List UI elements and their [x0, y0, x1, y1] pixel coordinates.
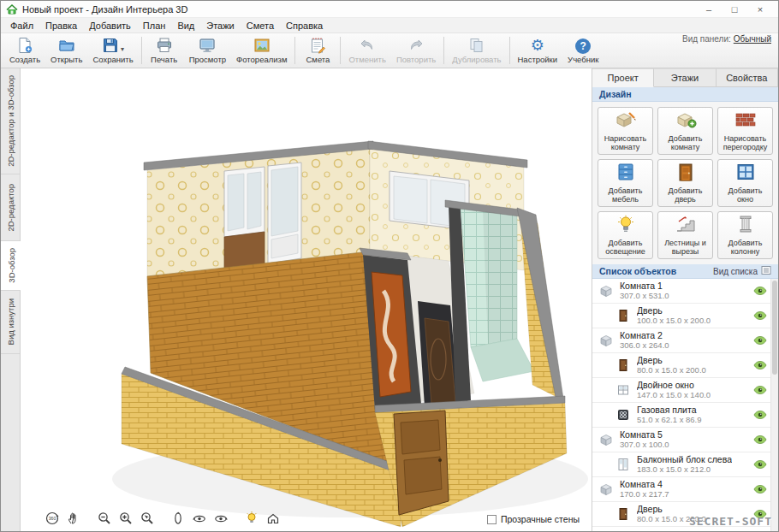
- list-item[interactable]: Двойное окно 147.0 x 15.0 x 140.0: [592, 378, 778, 403]
- maximize-button[interactable]: □: [722, 1, 747, 17]
- zoom-in-icon[interactable]: [116, 510, 135, 527]
- list-scrollbar[interactable]: [770, 279, 778, 531]
- list-item[interactable]: Балконный блок слева 183.0 x 15.0 x 212.…: [592, 452, 778, 477]
- visibility-eye-icon[interactable]: [753, 287, 767, 296]
- photorealism-button[interactable]: Фотореализм: [231, 34, 292, 67]
- tutorial-button[interactable]: ? Учебник: [562, 34, 604, 67]
- visibility-eye-icon[interactable]: [753, 460, 767, 470]
- list-item[interactable]: Дверь 80.0 x 15.0 x 200.0: [592, 353, 778, 378]
- redo-button[interactable]: Повторить: [391, 34, 441, 67]
- new-button[interactable]: Создать: [4, 34, 45, 67]
- close-button[interactable]: ×: [747, 1, 773, 17]
- object-dims: 307.0 x 531.0: [620, 292, 669, 301]
- pan-hand-icon[interactable]: [64, 510, 83, 527]
- menu-file[interactable]: Файл: [4, 18, 39, 33]
- object-name: Дверь: [637, 306, 711, 316]
- list-view-selector[interactable]: Вид списка: [713, 265, 771, 277]
- orbit-left-icon[interactable]: [190, 510, 209, 527]
- visibility-eye-icon[interactable]: [753, 386, 767, 395]
- save-button-label: Сохранить: [92, 55, 133, 64]
- scrollbar-thumb[interactable]: [772, 281, 777, 375]
- home-view-icon[interactable]: [264, 510, 282, 527]
- tab-3d-view[interactable]: 3D-обзор: [1, 241, 21, 291]
- lighting-icon[interactable]: [242, 510, 261, 527]
- stairs-and-openings-button[interactable]: Лестницы и вырезы: [657, 211, 713, 259]
- menu-view[interactable]: Вид: [171, 18, 200, 33]
- add-window-button[interactable]: Добавить окно: [717, 159, 773, 207]
- tab-project[interactable]: Проект: [592, 68, 654, 87]
- add-room-button[interactable]: Добавить комнату: [657, 107, 713, 155]
- add-column-button[interactable]: Добавить колонну: [717, 211, 773, 259]
- print-button-label: Печать: [151, 55, 177, 64]
- object-name: Дверь: [637, 505, 706, 515]
- object-text: Комната 1 307.0 x 531.0: [620, 281, 669, 300]
- rotate-360-icon[interactable]: 360: [43, 510, 62, 527]
- print-button[interactable]: Печать: [145, 34, 184, 67]
- list-item[interactable]: Комната 4 170.0 x 217.7: [592, 477, 778, 502]
- transparent-walls-toggle[interactable]: Прозрачные стены: [487, 514, 580, 524]
- tool-label: Добавить окно: [720, 186, 770, 204]
- save-floppy-icon: ▾: [102, 37, 124, 54]
- orbit-right-icon[interactable]: [211, 510, 230, 527]
- save-button[interactable]: ▾ Сохранить: [87, 34, 138, 67]
- save-dropdown-arrow-icon[interactable]: ▾: [121, 45, 124, 54]
- tab-inside-view[interactable]: Вид изнутри: [1, 291, 20, 354]
- tab-2d-editor[interactable]: 2D-редактор: [1, 174, 20, 241]
- tool-label: Нарисовать перегородку: [720, 134, 770, 152]
- checkbox-icon[interactable]: [487, 515, 497, 524]
- object-name: Балконный блок слева: [637, 455, 732, 465]
- visibility-eye-icon[interactable]: [753, 311, 767, 321]
- undo-button-label: Отменить: [348, 55, 385, 64]
- list-item[interactable]: Комната 5 307.0 x 100.0: [592, 428, 778, 452]
- menu-edit[interactable]: Правка: [39, 18, 83, 33]
- 3d-viewport[interactable]: 360 Прозрачные стены: [21, 68, 592, 531]
- draw-room-button[interactable]: Нарисовать комнату: [598, 107, 653, 155]
- room-icon: [599, 284, 615, 298]
- undo-button[interactable]: Отменить: [343, 34, 390, 67]
- tab-floors[interactable]: Этажи: [654, 68, 716, 86]
- toolbar: Создать Открыть ▾ Сохранить Печать Просм…: [1, 33, 778, 68]
- menu-floors[interactable]: Этажи: [200, 18, 240, 33]
- door-icon: [616, 309, 632, 322]
- zoom-out-icon[interactable]: [95, 510, 114, 527]
- open-button[interactable]: Открыть: [45, 34, 87, 67]
- transparent-walls-label: Прозрачные стены: [501, 514, 580, 524]
- visibility-eye-icon[interactable]: [753, 361, 767, 370]
- object-text: Комната 2 306.0 x 264.0: [620, 331, 669, 350]
- list-item[interactable]: Дверь 100.0 x 15.0 x 200.0: [592, 304, 778, 328]
- tab-properties[interactable]: Свойства: [717, 68, 778, 86]
- zoom-select-icon[interactable]: [138, 510, 157, 527]
- panel-view-value[interactable]: Обычный: [734, 34, 771, 44]
- rotate-vertical-icon[interactable]: [169, 510, 187, 527]
- tool-label: Добавить освещение: [600, 239, 651, 257]
- add-furniture-button[interactable]: Добавить мебель: [598, 159, 653, 207]
- visibility-eye-icon[interactable]: [753, 411, 767, 420]
- tool-label: Добавить колонну: [720, 239, 770, 257]
- menu-plan[interactable]: План: [137, 18, 172, 33]
- tab-2d-editor-and-3d-view[interactable]: 2D-редактор и 3D-обзор: [1, 68, 20, 174]
- list-item[interactable]: Комната 1 307.0 x 531.0: [592, 279, 778, 304]
- minimize-button[interactable]: –: [696, 1, 722, 17]
- tool-label: Добавить комнату: [660, 134, 711, 152]
- menu-add[interactable]: Добавить: [83, 18, 137, 33]
- settings-button[interactable]: ⚙ Настройки: [513, 34, 563, 67]
- estimate-button[interactable]: Смета: [298, 34, 337, 67]
- settings-button-label: Настройки: [518, 55, 558, 64]
- visibility-eye-icon[interactable]: [753, 336, 767, 346]
- view-mode-tabs: 2D-редактор и 3D-обзор 2D-редактор 3D-об…: [1, 68, 21, 531]
- visibility-eye-icon[interactable]: [753, 435, 767, 445]
- list-item[interactable]: Комната 2 306.0 x 264.0: [592, 328, 778, 353]
- duplicate-button[interactable]: Дублировать: [447, 34, 506, 67]
- app-logo-icon: [6, 3, 18, 15]
- list-item[interactable]: Газовая плита 51.0 x 62.1 x 86.9: [592, 403, 778, 428]
- menu-help[interactable]: Справка: [280, 18, 329, 33]
- add-lighting-button[interactable]: Добавить освещение: [598, 211, 653, 259]
- preview-button[interactable]: Просмотр: [184, 34, 231, 67]
- panel-view-selector[interactable]: Вид панели:Обычный: [682, 34, 771, 44]
- menu-estimate[interactable]: Смета: [241, 18, 280, 33]
- draw-partition-button[interactable]: Нарисовать перегородку: [717, 107, 773, 155]
- object-text: Балконный блок слева 183.0 x 15.0 x 212.…: [637, 455, 732, 474]
- add-door-button[interactable]: Добавить дверь: [657, 159, 713, 207]
- visibility-eye-icon[interactable]: [753, 485, 767, 494]
- object-text: Дверь 80.0 x 15.0 x 200.0: [637, 356, 706, 375]
